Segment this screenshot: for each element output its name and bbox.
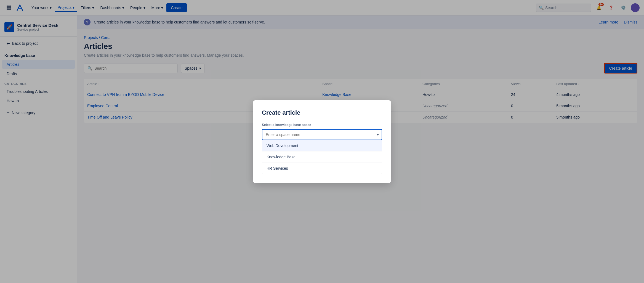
modal-select-wrapper: ▾ [262, 129, 382, 140]
modal-select-label: Select a knowledge base space [262, 123, 382, 127]
space-dropdown: Web Development Knowledge Base HR Servic… [262, 140, 382, 174]
dropdown-option-knowledge-base[interactable]: Knowledge Base [262, 151, 382, 163]
modal-title: Create article [262, 109, 382, 116]
dropdown-option-hr-services[interactable]: HR Services [262, 163, 382, 174]
dropdown-option-web-development[interactable]: Web Development [262, 140, 382, 151]
create-article-modal: Create article Select a knowledge base s… [253, 100, 391, 183]
space-name-input[interactable] [262, 129, 382, 140]
modal-overlay[interactable]: Create article Select a knowledge base s… [0, 0, 644, 283]
